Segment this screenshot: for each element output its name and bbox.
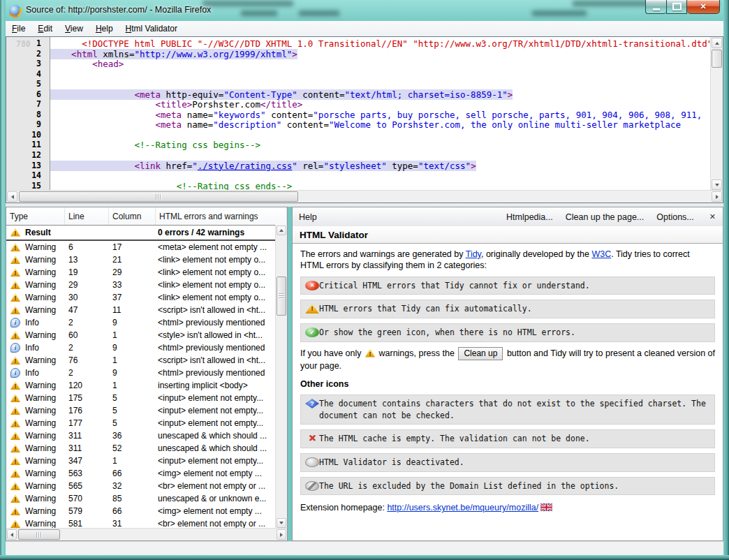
validator-message-row[interactable]: Info29<html> previously mentioned [6, 316, 276, 329]
warning-icon [10, 356, 20, 364]
help-intro-paragraph: The errors and warnings are generated by… [300, 249, 715, 272]
validator-message-row[interactable]: Warning1321<link> element not empty o... [6, 253, 276, 266]
warning-icon [10, 482, 20, 490]
homepage-link[interactable]: http://users.skynet.be/mqueury/mozilla/ [387, 503, 538, 513]
validator-messages-panel: Type Line Column HTML errors and warning… [6, 207, 288, 541]
clean-up-button[interactable]: Clean up [458, 347, 503, 360]
gray-icon [305, 457, 319, 467]
validator-message-row[interactable]: Warning601<style> isn't allowed in <ht..… [6, 329, 276, 341]
window-border-right [723, 0, 729, 560]
category-boxes: Critical HTML errors that Tidy cannot fi… [300, 277, 715, 342]
column-header-column[interactable]: Column [109, 207, 156, 225]
menu-file[interactable]: File [6, 22, 31, 36]
help-panel: Help Htmlpedia... Clean up the page... O… [292, 207, 723, 541]
validator-message-row[interactable]: Warning4711<script> isn't allowed in <ht… [6, 304, 276, 316]
validator-message-row[interactable]: Warning617<meta> element not empty ... [6, 241, 276, 253]
help-heading: HTML Validator [293, 226, 723, 244]
column-header-line[interactable]: Line [65, 207, 109, 225]
firefox-view-source-window: { "window": { "title": "Source of: http:… [0, 0, 729, 560]
help-content: The errors and warnings are generated by… [293, 244, 723, 540]
ok-icon [305, 327, 319, 337]
cleanup-paragraph: If you have only warnings, press the Cle… [300, 347, 715, 371]
validator-message-row[interactable]: Warning2933<link> element not empty o... [6, 279, 276, 291]
column-header-type[interactable]: Type [6, 207, 65, 225]
source-view[interactable]: 780 1 <!DOCTYPE html PUBLIC "-//W3C//DTD… [6, 36, 723, 203]
validator-message-row[interactable]: Warning56532<br> element not empty or ..… [6, 480, 276, 492]
info-icon [10, 318, 20, 327]
critical-icon [305, 281, 319, 290]
source-vertical-scrollbar[interactable] [710, 37, 723, 191]
help-icon-box: The document contains characters that do… [300, 395, 715, 425]
source-horizontal-scrollbar[interactable] [6, 190, 723, 202]
tidy-link[interactable]: Tidy [466, 249, 481, 259]
messages-table-header: Type Line Column HTML errors and warning… [6, 207, 287, 226]
source-line-8: 8 <meta name="keywords" content="porsche… [6, 110, 711, 120]
validator-message-row[interactable]: Warning56366<img> element not empty ... [6, 467, 276, 480]
validator-message-row[interactable]: Warning31136unescaped & which should ... [6, 429, 276, 442]
warning-icon [10, 381, 20, 390]
info-icon [10, 343, 20, 353]
source-line-12: 12 [6, 150, 711, 161]
menu-help[interactable]: Help [89, 22, 119, 36]
w3c-link[interactable]: W3C [591, 249, 611, 259]
validator-message-row[interactable]: Warning1929<link> element not empty o... [6, 266, 276, 279]
help-icon-box: HTML Validator is deactivated. [300, 453, 715, 472]
menu-view[interactable]: View [59, 22, 89, 36]
source-line-7: 7 <title>Porshster.com</title> [6, 99, 711, 110]
htmlpedia-button[interactable]: Htmlpedia... [506, 212, 553, 222]
status-strip [6, 541, 723, 556]
validator-message-row[interactable]: Warning3037<link> element not empty o... [6, 291, 276, 304]
validator-message-row[interactable]: Warning1765<input> element not empty... [6, 404, 276, 417]
validator-message-row[interactable]: Warning57966<img> element not empty ... [6, 505, 276, 517]
messages-vertical-scrollbar[interactable] [275, 225, 287, 529]
warning-icon [365, 349, 375, 358]
result-label: Result [25, 228, 51, 237]
extension-homepage: Extension homepage: http://users.skynet.… [300, 502, 715, 513]
validator-message-row[interactable]: Warning58131<br> element not empty or ..… [6, 517, 276, 529]
warning-icon [10, 256, 20, 264]
window-border-left [0, 0, 6, 560]
validator-message-row[interactable]: Warning1755<input> element not empty... [6, 392, 276, 404]
source-line-2: 2 <html xmlns="http://www.w3.org/1999/xh… [6, 49, 711, 59]
source-line-4: 4 [6, 69, 711, 80]
menu-edit[interactable]: Edit [31, 22, 59, 36]
info-icon [10, 368, 20, 378]
options-button[interactable]: Options... [656, 212, 694, 222]
close-button[interactable]: ✕ [687, 0, 720, 14]
warning-icon [10, 306, 20, 314]
warning-icon [10, 268, 20, 277]
minimize-button[interactable] [645, 0, 666, 14]
source-lines: 1 <!DOCTYPE html PUBLIC "-//W3C//DTD XHT… [6, 37, 711, 191]
message-rows: Warning617<meta> element not empty ...Wa… [6, 241, 276, 529]
maximize-button[interactable] [666, 0, 687, 14]
validator-message-row[interactable]: Warning57085unescaped & or unknown e... [6, 492, 276, 505]
validator-message-row[interactable]: Info29<html> previously mentioned [6, 367, 276, 379]
validator-message-row[interactable]: Warning1201inserting implicit <body> [6, 379, 276, 392]
messages-horizontal-scrollbar[interactable] [6, 528, 287, 540]
help-close-icon[interactable]: ✕ [707, 212, 716, 221]
title-bar[interactable]: Source of: http://porshster.com/ - Mozil… [0, 0, 729, 21]
source-line-10: 10 [6, 130, 711, 140]
result-row[interactable]: Result 0 errors / 42 warnings [6, 225, 276, 241]
menu-html-validator[interactable]: Html Validator [119, 22, 184, 36]
column-header-message[interactable]: HTML errors and warnings [156, 207, 287, 225]
warning-icon [10, 228, 20, 237]
firefox-icon [9, 5, 21, 17]
redx-icon [305, 434, 319, 443]
help-icon-box: The URL is excluded by the Domain List d… [300, 477, 715, 496]
source-line-13: 13 <link href="./style/rating.css" rel="… [6, 161, 711, 171]
validator-message-row[interactable]: Warning761<script> isn't allowed in <ht.… [6, 354, 276, 367]
window-controls: ✕ [645, 0, 720, 14]
validator-message-row[interactable]: Warning3471<input> element not empty... [6, 455, 276, 467]
validator-message-row[interactable]: Warning31152unescaped & which should ... [6, 442, 276, 455]
menu-bar: FileEditViewHelpHtml Validator [6, 21, 723, 37]
warning-icon [10, 507, 20, 515]
warning-icon [10, 243, 20, 251]
source-line-6: 6 <meta http-equiv="Content-Type" conten… [6, 89, 711, 100]
warning-icon [10, 457, 20, 465]
warning-icon [10, 394, 20, 402]
clean-up-page-button[interactable]: Clean up the page... [566, 212, 645, 222]
warning-icon [10, 494, 20, 503]
validator-message-row[interactable]: Info29<html> previously mentioned [6, 341, 276, 354]
validator-message-row[interactable]: Warning1775<input> element not empty... [6, 417, 276, 429]
